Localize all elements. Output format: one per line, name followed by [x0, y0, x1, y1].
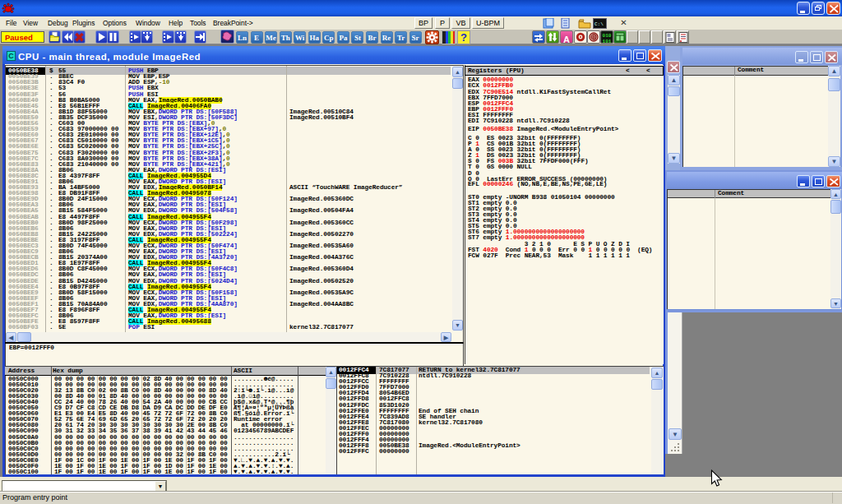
svg-text:C:\: C:\	[594, 21, 604, 27]
